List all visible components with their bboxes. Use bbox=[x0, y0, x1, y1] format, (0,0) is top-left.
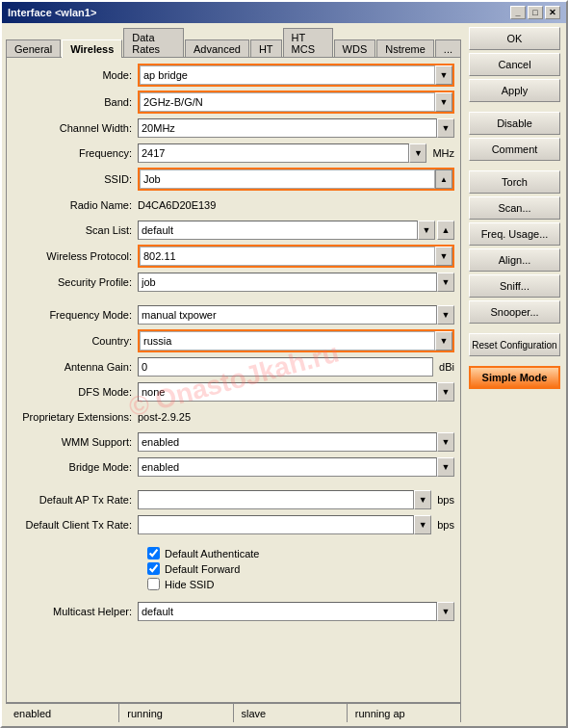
channel-width-dropdown-btn[interactable]: ▼ bbox=[437, 118, 454, 138]
tab-ht-mcs[interactable]: HT MCS bbox=[283, 28, 333, 58]
ssid-label: SSID: bbox=[13, 173, 138, 185]
wireless-protocol-row: Wireless Protocol: ▼ bbox=[13, 245, 454, 268]
btn-separator-3 bbox=[469, 326, 562, 330]
band-input[interactable] bbox=[140, 92, 435, 112]
default-client-tx-rate-wrapper: ▼ bbox=[138, 515, 431, 534]
scan-list-label: Scan List: bbox=[13, 224, 138, 236]
reset-config-button[interactable]: Reset Configuration bbox=[469, 333, 560, 356]
hide-ssid-row: Hide SSID bbox=[13, 578, 454, 590]
radio-name-control: D4CA6D20E139 bbox=[138, 199, 454, 211]
default-ap-tx-rate-dropdown-btn[interactable]: ▼ bbox=[414, 490, 431, 509]
scan-list-input[interactable] bbox=[138, 221, 418, 240]
band-row: Band: ▼ bbox=[13, 91, 454, 114]
multicast-helper-dropdown-btn[interactable]: ▼ bbox=[437, 602, 454, 621]
hide-ssid-label: Hide SSID bbox=[165, 579, 214, 590]
frequency-input[interactable] bbox=[138, 143, 409, 163]
btn-separator-2 bbox=[469, 164, 562, 168]
tab-nstreme[interactable]: Nstreme bbox=[376, 39, 434, 58]
band-dropdown-btn[interactable]: ▼ bbox=[435, 92, 452, 112]
bridge-mode-wrapper: ▼ bbox=[138, 457, 454, 477]
apply-button[interactable]: Apply bbox=[469, 79, 560, 102]
security-profile-row: Security Profile: ▼ bbox=[13, 272, 454, 293]
tab-wds[interactable]: WDS bbox=[334, 39, 376, 58]
default-ap-tx-rate-control: ▼ bps bbox=[138, 490, 454, 509]
multicast-helper-input[interactable] bbox=[138, 602, 437, 621]
wireless-protocol-input[interactable] bbox=[140, 247, 435, 266]
frequency-mode-input[interactable] bbox=[138, 305, 437, 325]
channel-width-row: Channel Width: ▼ bbox=[13, 117, 454, 139]
bridge-mode-input[interactable] bbox=[138, 457, 437, 477]
proprietary-extensions-control: post-2.9.25 bbox=[138, 411, 454, 423]
mode-input[interactable] bbox=[140, 65, 435, 85]
security-profile-label: Security Profile: bbox=[13, 276, 138, 288]
hide-ssid-checkbox[interactable] bbox=[147, 578, 160, 590]
separator-2 bbox=[13, 481, 454, 489]
wmm-support-control: ▼ bbox=[138, 432, 454, 452]
security-profile-dropdown-btn[interactable]: ▼ bbox=[437, 273, 454, 292]
ssid-up-btn[interactable]: ▲ bbox=[435, 169, 452, 189]
wireless-protocol-dropdown-btn[interactable]: ▼ bbox=[435, 247, 452, 266]
dfs-mode-control: ▼ bbox=[138, 382, 454, 402]
band-dropdown-wrapper: ▼ bbox=[138, 91, 454, 114]
simple-mode-button[interactable]: Simple Mode bbox=[469, 366, 560, 389]
mode-dropdown-btn[interactable]: ▼ bbox=[435, 65, 452, 85]
close-button[interactable]: ✕ bbox=[545, 6, 560, 19]
disable-button[interactable]: Disable bbox=[469, 112, 560, 135]
dfs-mode-dropdown-btn[interactable]: ▼ bbox=[437, 382, 454, 402]
band-label: Band: bbox=[13, 96, 138, 108]
sniff-button[interactable]: Sniff... bbox=[469, 274, 560, 298]
default-authenticate-checkbox[interactable] bbox=[147, 547, 160, 559]
freq-usage-button[interactable]: Freq. Usage... bbox=[469, 222, 560, 246]
scan-list-up-btn[interactable]: ▲ bbox=[437, 221, 454, 240]
torch-button[interactable]: Torch bbox=[469, 170, 560, 194]
radio-name-value: D4CA6D20E139 bbox=[138, 199, 216, 211]
scan-list-dropdown-btn[interactable]: ▼ bbox=[418, 221, 435, 240]
country-input[interactable] bbox=[140, 331, 435, 351]
default-ap-tx-rate-input[interactable] bbox=[138, 490, 414, 509]
default-forward-checkbox[interactable] bbox=[147, 562, 160, 575]
frequency-unit: MHz bbox=[432, 147, 454, 159]
bridge-mode-dropdown-btn[interactable]: ▼ bbox=[437, 457, 454, 477]
scan-list-wrapper: ▼ bbox=[138, 221, 435, 240]
status-enabled: enabled bbox=[6, 704, 119, 722]
wmm-support-wrapper: ▼ bbox=[138, 432, 454, 452]
ssid-control: ▲ bbox=[138, 168, 454, 191]
frequency-mode-row: Frequency Mode: ▼ bbox=[13, 304, 454, 325]
scan-list-control: ▼ ▲ bbox=[138, 221, 454, 240]
channel-width-input[interactable] bbox=[138, 118, 437, 138]
tab-general[interactable]: General bbox=[6, 39, 61, 58]
security-profile-input[interactable] bbox=[138, 273, 437, 292]
bridge-mode-label: Bridge Mode: bbox=[13, 461, 138, 473]
tab-data-rates[interactable]: Data Rates bbox=[123, 28, 184, 58]
tab-more[interactable]: ... bbox=[435, 39, 461, 58]
channel-width-control: ▼ bbox=[138, 118, 454, 138]
cancel-button[interactable]: Cancel bbox=[469, 53, 560, 76]
scan-button[interactable]: Scan... bbox=[469, 196, 560, 220]
tab-advanced[interactable]: Advanced bbox=[185, 39, 249, 58]
snooper-button[interactable]: Snooper... bbox=[469, 300, 560, 324]
ok-button[interactable]: OK bbox=[469, 27, 560, 50]
default-client-tx-rate-input[interactable] bbox=[138, 515, 414, 534]
frequency-label: Frequency: bbox=[13, 147, 138, 159]
frequency-wrapper: ▼ bbox=[138, 143, 426, 163]
ssid-input[interactable] bbox=[140, 169, 435, 189]
default-client-tx-rate-dropdown-btn[interactable]: ▼ bbox=[414, 515, 431, 534]
mode-row: Mode: ▼ bbox=[13, 64, 454, 87]
comment-button[interactable]: Comment bbox=[469, 138, 560, 161]
maximize-button[interactable]: □ bbox=[528, 6, 543, 19]
antenna-gain-input[interactable] bbox=[138, 357, 433, 377]
wireless-protocol-wrapper: ▼ bbox=[138, 245, 454, 268]
country-dropdown-btn[interactable]: ▼ bbox=[435, 331, 452, 351]
proprietary-extensions-label: Proprietary Extensions: bbox=[13, 411, 138, 423]
wmm-support-dropdown-btn[interactable]: ▼ bbox=[437, 432, 454, 452]
tab-ht[interactable]: HT bbox=[250, 39, 282, 58]
proprietary-extensions-value: post-2.9.25 bbox=[138, 411, 191, 423]
frequency-dropdown-btn[interactable]: ▼ bbox=[409, 143, 426, 163]
status-bar: enabled running slave running ap bbox=[6, 703, 461, 722]
frequency-mode-dropdown-btn[interactable]: ▼ bbox=[437, 305, 454, 325]
minimize-button[interactable]: _ bbox=[510, 6, 526, 19]
wmm-support-input[interactable] bbox=[138, 432, 437, 452]
dfs-mode-input[interactable] bbox=[138, 382, 437, 402]
tab-wireless[interactable]: Wireless bbox=[62, 39, 122, 58]
align-button[interactable]: Align... bbox=[469, 248, 560, 272]
